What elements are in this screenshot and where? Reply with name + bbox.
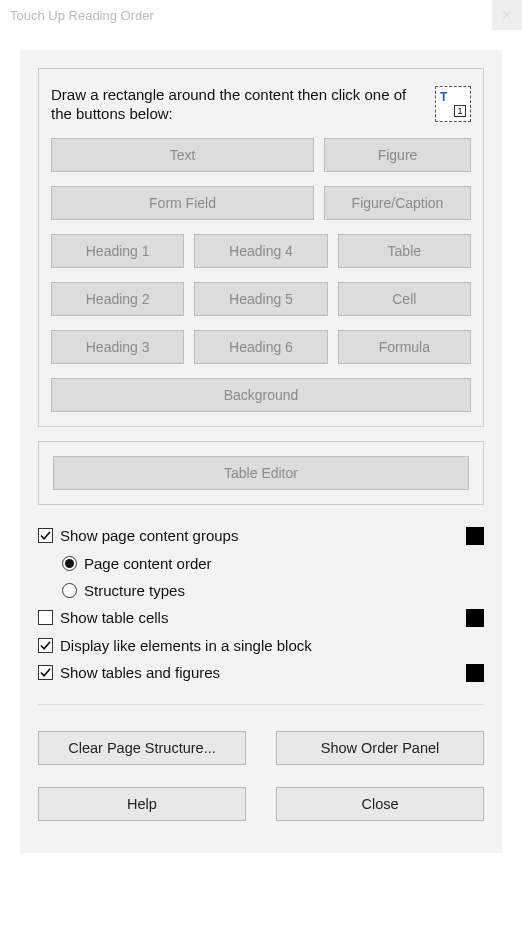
- tagging-section: Draw a rectangle around the content then…: [38, 68, 484, 427]
- main-panel: Draw a rectangle around the content then…: [20, 50, 502, 853]
- show-tables-figures-label: Show tables and figures: [60, 664, 220, 681]
- heading6-button[interactable]: Heading 6: [194, 330, 327, 364]
- heading5-button[interactable]: Heading 5: [194, 282, 327, 316]
- cell-button[interactable]: Cell: [338, 282, 471, 316]
- heading1-button[interactable]: Heading 1: [51, 234, 184, 268]
- heading3-button[interactable]: Heading 3: [51, 330, 184, 364]
- heading2-button[interactable]: Heading 2: [51, 282, 184, 316]
- footer-buttons: Clear Page Structure... Show Order Panel…: [38, 704, 484, 821]
- show-tables-figures-checkbox[interactable]: [38, 665, 53, 680]
- instruction-text: Draw a rectangle around the content then…: [51, 86, 431, 124]
- heading4-button[interactable]: Heading 4: [194, 234, 327, 268]
- table-editor-button[interactable]: Table Editor: [53, 456, 469, 490]
- display-options: Show page content groups Page content or…: [38, 527, 484, 682]
- clear-page-structure-button[interactable]: Clear Page Structure...: [38, 731, 246, 765]
- table-button[interactable]: Table: [338, 234, 471, 268]
- show-groups-checkbox[interactable]: [38, 528, 53, 543]
- page-content-order-label: Page content order: [84, 555, 212, 572]
- close-icon: ✕: [501, 7, 513, 23]
- figure-caption-button[interactable]: Figure/Caption: [324, 186, 471, 220]
- window-title: Touch Up Reading Order: [10, 8, 154, 23]
- table-cells-color-swatch[interactable]: [466, 609, 484, 627]
- show-order-panel-button[interactable]: Show Order Panel: [276, 731, 484, 765]
- structure-types-radio[interactable]: [62, 583, 77, 598]
- show-groups-label: Show page content groups: [60, 527, 238, 544]
- form-field-button[interactable]: Form Field: [51, 186, 314, 220]
- display-like-label: Display like elements in a single block: [60, 637, 312, 654]
- show-table-cells-label: Show table cells: [60, 609, 168, 626]
- help-button[interactable]: Help: [38, 787, 246, 821]
- close-button[interactable]: Close: [276, 787, 484, 821]
- table-editor-section: Table Editor: [38, 441, 484, 505]
- text-button[interactable]: Text: [51, 138, 314, 172]
- reading-order-icon: T 1: [435, 86, 471, 122]
- show-table-cells-checkbox[interactable]: [38, 610, 53, 625]
- groups-color-swatch[interactable]: [466, 527, 484, 545]
- titlebar: Touch Up Reading Order ✕: [0, 0, 522, 30]
- tables-figures-color-swatch[interactable]: [466, 664, 484, 682]
- figure-button[interactable]: Figure: [324, 138, 471, 172]
- structure-types-label: Structure types: [84, 582, 185, 599]
- window-close-button[interactable]: ✕: [492, 0, 522, 30]
- page-content-order-radio[interactable]: [62, 556, 77, 571]
- display-like-checkbox[interactable]: [38, 638, 53, 653]
- background-button[interactable]: Background: [51, 378, 471, 412]
- formula-button[interactable]: Formula: [338, 330, 471, 364]
